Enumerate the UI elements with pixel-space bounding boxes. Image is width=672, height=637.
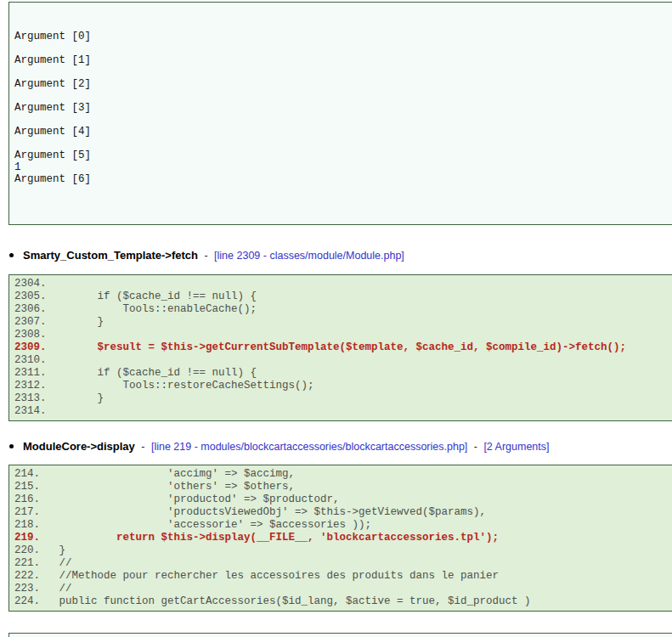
code-line: 2305. if ($cache_id !== null) { xyxy=(14,290,672,303)
code-line: 218. 'accessorie' => $accessories )); xyxy=(14,519,672,532)
code-excerpt-module-php: 2304.2305. if ($cache_id !== null) {2306… xyxy=(8,274,672,421)
code-line: 2304. xyxy=(14,278,672,290)
trace-method-name: Smarty_Custom_Template->fetch xyxy=(23,249,198,262)
code-line: 2308. xyxy=(14,329,672,341)
code-line: 215. 'others' => $others, xyxy=(14,481,672,493)
stack-trace-entry-1: Smarty_Custom_Template->fetch - [line 23… xyxy=(0,247,672,263)
code-line: 2310. xyxy=(14,354,672,367)
code-line: 220. } xyxy=(14,544,672,557)
code-line-highlighted: 219. return $this->display(__FILE__, 'bl… xyxy=(14,532,672,544)
code-line: 2313. } xyxy=(14,392,672,405)
stack-trace-entry-2: ModuleCore->display - [line 219 - module… xyxy=(0,438,672,454)
trace-item: ModuleCore->display - [line 219 - module… xyxy=(23,438,672,454)
code-line: 221. // xyxy=(14,557,672,570)
code-line: 2312. Tools::restoreCacheSettings(); xyxy=(14,380,672,392)
code-line: 224. public function getCartAccessories(… xyxy=(14,595,672,608)
code-line: 216. 'productod' => $productodr, xyxy=(14,493,672,506)
code-line: 2307. } xyxy=(14,316,672,329)
code-line: 217. 'productsViewedObj' => $this->getVi… xyxy=(14,506,672,519)
code-line: 2314. xyxy=(14,405,672,418)
trace-item: Smarty_Custom_Template->fetch - [line 23… xyxy=(23,247,672,263)
code-line: 2311. if ($cache_id !== null) { xyxy=(14,367,672,380)
trace-file-link[interactable]: [line 219 - modules/blockcartaccessories… xyxy=(151,441,467,453)
code-line: 2306. Tools::enableCache(); xyxy=(14,303,672,316)
code-line: 214. 'accimg' => $accimg, xyxy=(14,468,672,481)
arguments-box-top: Argument [0] Argument [1] Argument [2] A… xyxy=(8,2,672,225)
debug-trace-page: Argument [0] Argument [1] Argument [2] A… xyxy=(0,2,672,637)
separator-dash: - xyxy=(141,441,144,453)
code-line: 223. // xyxy=(14,583,672,595)
code-line-highlighted: 2309. $result = $this->getCurrentSubTemp… xyxy=(14,341,672,354)
trace-file-link[interactable]: [line 2309 - classes/module/Module.php] xyxy=(214,250,404,262)
trace-arguments-link[interactable]: [2 Arguments] xyxy=(483,441,549,453)
separator-dash: - xyxy=(204,250,207,262)
arguments-list: Argument [0] Argument [1] Argument [2] A… xyxy=(14,31,667,197)
arguments-box-bottom: Argument [0] /home//www/modules/blockcar… xyxy=(8,633,672,637)
separator-dash: - xyxy=(474,441,477,453)
code-excerpt-blockcartaccessories-php: 214. 'accimg' => $accimg,215. 'others' =… xyxy=(8,465,672,612)
code-line: 222. //Methode pour rechercher les acces… xyxy=(14,570,672,583)
trace-method-name: ModuleCore->display xyxy=(23,440,135,453)
